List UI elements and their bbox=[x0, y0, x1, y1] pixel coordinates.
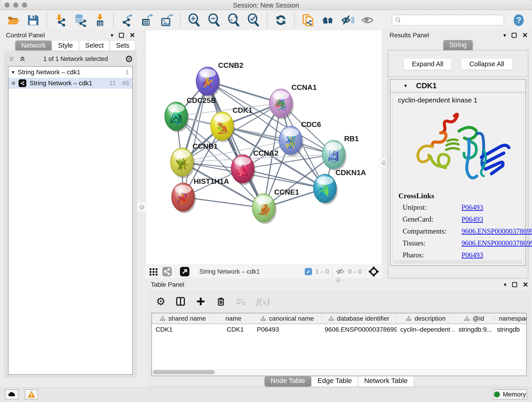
crosslink-link[interactable]: P06493 bbox=[462, 215, 483, 223]
function-builder-icon[interactable]: f(x) bbox=[256, 296, 269, 307]
selected-checkbox[interactable]: ✓ bbox=[305, 268, 312, 275]
network-badge-icon[interactable] bbox=[162, 267, 172, 277]
panel-menu-icon[interactable]: ▾ bbox=[111, 32, 114, 38]
export-table-icon bbox=[140, 13, 154, 27]
zoom-selected-button[interactable] bbox=[245, 13, 262, 28]
table-horizontal-scrollbar[interactable] bbox=[152, 369, 527, 376]
collapse-all-button[interactable]: Collapse All bbox=[461, 58, 513, 70]
node-CCNB2[interactable]: CCNB2 bbox=[196, 61, 243, 97]
help-button[interactable]: ? bbox=[510, 13, 527, 28]
cloud-status-button[interactable] bbox=[5, 389, 18, 400]
node-CDC6[interactable]: CDC6 bbox=[279, 120, 321, 156]
import-network-file-button[interactable] bbox=[52, 13, 69, 28]
birds-eye-view-icon[interactable] bbox=[368, 266, 379, 277]
zoom-out-button[interactable] bbox=[206, 13, 222, 28]
float-panel-icon[interactable] bbox=[512, 33, 517, 38]
hide-selected-button[interactable] bbox=[339, 13, 356, 28]
float-panel-icon[interactable] bbox=[512, 282, 517, 287]
collection-expander-icon[interactable]: ▾ bbox=[12, 70, 14, 75]
zoom-fit-button[interactable] bbox=[225, 13, 242, 28]
column-header[interactable]: canonical name bbox=[253, 313, 321, 324]
left-splitter-handle[interactable] bbox=[137, 202, 146, 211]
tab-select[interactable]: Select bbox=[79, 40, 110, 51]
expand-all-button[interactable]: Expand All bbox=[404, 58, 452, 70]
show-all-windows-button[interactable] bbox=[320, 13, 336, 28]
scrollbar-thumb[interactable] bbox=[153, 370, 215, 374]
results-scrollbar[interactable] bbox=[394, 260, 522, 264]
tab-edge-table[interactable]: Edge Table bbox=[311, 376, 358, 387]
export-table-button[interactable] bbox=[139, 13, 155, 28]
show-selected-button[interactable] bbox=[359, 13, 376, 28]
search-input[interactable] bbox=[401, 17, 501, 24]
open-session-button[interactable] bbox=[5, 13, 22, 28]
export-network-button[interactable] bbox=[119, 13, 135, 28]
import-table-file-button[interactable] bbox=[92, 13, 108, 28]
expand-all-icon[interactable] bbox=[19, 55, 26, 63]
tab-style[interactable]: Style bbox=[52, 40, 79, 51]
panel-menu-icon[interactable]: ▾ bbox=[503, 32, 506, 38]
panel-menu-icon[interactable]: ▾ bbox=[504, 282, 507, 287]
import-network-database-button[interactable] bbox=[72, 13, 89, 28]
node-CCNE1[interactable]: CCNE1 bbox=[252, 188, 299, 224]
network-row[interactable]: String Network – cdk1 11 48 bbox=[8, 78, 132, 89]
gene-expander-icon[interactable]: ▾ bbox=[404, 83, 407, 89]
gene-section-header[interactable]: ▾ CDK1 bbox=[390, 80, 526, 92]
network-canvas[interactable]: CCNB2CCNA1CDC25BCDK1CDC6RB1CCNB1CCNA2CDK… bbox=[146, 30, 382, 265]
node-HIST1H1A[interactable]: HIST1H1A bbox=[172, 177, 229, 213]
float-panel-icon[interactable] bbox=[119, 33, 124, 38]
crosslink-link[interactable]: 9606.ENSP00000378699 bbox=[462, 239, 532, 247]
show-columns-icon[interactable] bbox=[176, 296, 186, 306]
node-table[interactable]: shared namenamecanonical namedatabase id… bbox=[152, 313, 527, 370]
table-options-gear-icon[interactable]: ⚙ bbox=[156, 296, 165, 307]
close-panel-icon[interactable]: ✕ bbox=[522, 32, 528, 39]
crosslink-link[interactable]: P06493 bbox=[462, 251, 483, 259]
delete-table-icon[interactable] bbox=[236, 296, 246, 306]
node-RB1[interactable]: RB1 bbox=[322, 134, 359, 171]
tab-node-table[interactable]: Node Table bbox=[264, 376, 311, 387]
node-CCNA2[interactable]: CCNA2 bbox=[231, 149, 278, 185]
column-header[interactable]: name bbox=[214, 313, 253, 324]
crosslink-link[interactable]: 9606.ENSP00000378699 bbox=[462, 227, 532, 235]
node-CDKN1A[interactable]: CDKN1A bbox=[313, 168, 366, 204]
warnings-button[interactable] bbox=[25, 389, 38, 400]
node-label: CCNB2 bbox=[218, 61, 243, 70]
grid-view-icon[interactable] bbox=[149, 267, 158, 276]
column-header[interactable]: description bbox=[397, 313, 455, 324]
table-cell[interactable]: 9606.ENSP00000378699 bbox=[321, 324, 397, 335]
zoom-in-button[interactable] bbox=[186, 13, 202, 28]
memory-button[interactable]: Memory bbox=[493, 389, 527, 400]
close-panel-icon[interactable]: ✕ bbox=[129, 32, 135, 39]
network-collection-row[interactable]: ▾ String Network – cdk1 1 bbox=[8, 67, 132, 78]
create-column-plus-icon[interactable] bbox=[196, 296, 206, 306]
node-CCNA1[interactable]: CCNA1 bbox=[269, 83, 317, 119]
fit-content-icon[interactable] bbox=[180, 267, 190, 277]
network-options-gear-icon[interactable]: ⚙ bbox=[125, 54, 133, 64]
tab-network[interactable]: Network bbox=[15, 40, 52, 51]
tab-sets[interactable]: Sets bbox=[110, 40, 135, 51]
save-session-button[interactable] bbox=[25, 13, 41, 28]
tab-string[interactable]: String bbox=[443, 40, 473, 50]
close-panel-icon[interactable]: ✕ bbox=[523, 281, 528, 288]
search-field[interactable] bbox=[392, 15, 504, 26]
table-cell[interactable]: P06493 bbox=[253, 324, 321, 335]
table-cell[interactable]: CDK1 bbox=[152, 324, 214, 335]
table-cell[interactable]: CDK1 bbox=[214, 324, 253, 335]
cloud-icon bbox=[7, 390, 16, 399]
copy-annotations-button[interactable] bbox=[300, 13, 317, 28]
node-CCNB1[interactable]: CCNB1 bbox=[171, 142, 218, 178]
refresh-icon bbox=[274, 13, 288, 27]
column-header[interactable]: shared name bbox=[152, 313, 214, 324]
table-cell[interactable]: stringdb bbox=[493, 324, 527, 335]
column-header[interactable]: namespac bbox=[493, 313, 527, 324]
table-cell[interactable]: cyclin–dependent ... bbox=[397, 324, 455, 335]
tab-network-table[interactable]: Network Table bbox=[358, 376, 414, 387]
export-image-button[interactable] bbox=[158, 13, 175, 28]
table-cell[interactable]: stringdb:9... bbox=[455, 324, 493, 335]
column-header[interactable]: @id bbox=[455, 313, 493, 324]
crosslink-link[interactable]: P06493 bbox=[462, 203, 483, 211]
table-row[interactable]: CDK1CDK1P064939606.ENSP00000378699cyclin… bbox=[152, 324, 527, 335]
refresh-view-button[interactable] bbox=[272, 13, 289, 28]
collapse-all-icon[interactable] bbox=[7, 55, 15, 63]
delete-column-trash-icon[interactable] bbox=[216, 296, 226, 306]
column-header[interactable]: database identifier bbox=[321, 313, 397, 324]
